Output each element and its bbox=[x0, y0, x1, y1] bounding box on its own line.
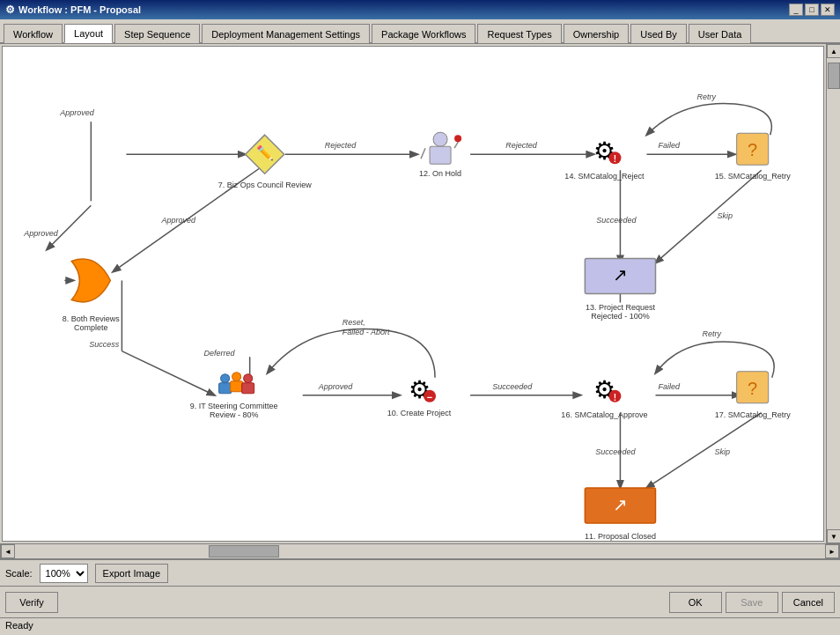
svg-text:Skip: Skip bbox=[718, 211, 733, 220]
svg-text:13. Project Request: 13. Project Request bbox=[586, 303, 656, 312]
svg-point-63 bbox=[244, 374, 253, 383]
scroll-track-horizontal bbox=[15, 544, 825, 558]
node-9[interactable]: 9. IT Steering Committee Review - 80% bbox=[190, 373, 278, 419]
tab-layout[interactable]: Layout bbox=[64, 24, 113, 43]
svg-line-0 bbox=[47, 205, 91, 249]
svg-text:16. SMCatalog_Approve: 16. SMCatalog_Approve bbox=[561, 410, 647, 419]
footer-toolbar: Scale: 25% 50% 75% 100% 150% 200% Export… bbox=[0, 559, 840, 586]
svg-text:8. Both Reviews: 8. Both Reviews bbox=[63, 314, 121, 323]
main-content: Approved Approved Rejected Rejected Fail… bbox=[0, 44, 840, 543]
svg-text:!: ! bbox=[614, 154, 616, 164]
svg-line-14 bbox=[655, 170, 761, 262]
node-10[interactable]: ⚙ − 10. Create Project bbox=[387, 376, 452, 417]
svg-text:9. IT Steering Committee: 9. IT Steering Committee bbox=[190, 402, 278, 410]
restore-button[interactable]: □ bbox=[805, 4, 819, 16]
vertical-scrollbar[interactable]: ▲ ▼ bbox=[826, 44, 840, 543]
minimize-button[interactable]: _ bbox=[789, 4, 803, 16]
svg-text:−: − bbox=[427, 392, 432, 402]
node-12[interactable]: 12. On Hold bbox=[419, 132, 461, 178]
tab-package-workflows[interactable]: Package Workflows bbox=[372, 24, 475, 43]
svg-text:17. SMCatalog_Retry: 17. SMCatalog_Retry bbox=[715, 410, 792, 419]
node-14[interactable]: ⚙ ! 14. SMCatalog_Reject bbox=[564, 137, 645, 181]
title-bar-controls[interactable]: _ □ ✕ bbox=[789, 4, 835, 16]
svg-rect-62 bbox=[231, 381, 243, 392]
tab-bar: Workflow Layout Step Sequence Deployment… bbox=[0, 19, 840, 44]
diagram-area[interactable]: Approved Approved Rejected Rejected Fail… bbox=[2, 46, 824, 542]
workflow-diagram: Approved Approved Rejected Rejected Fail… bbox=[3, 47, 823, 541]
scroll-up-button[interactable]: ▲ bbox=[827, 44, 840, 58]
tab-used-by[interactable]: Used By bbox=[630, 24, 687, 43]
tab-deployment-management[interactable]: Deployment Management Settings bbox=[202, 24, 370, 43]
svg-text:✏️: ✏️ bbox=[256, 144, 274, 161]
svg-text:Rejected - 100%: Rejected - 100% bbox=[591, 312, 650, 321]
scroll-left-button[interactable]: ◄ bbox=[1, 544, 15, 558]
svg-text:↗: ↗ bbox=[613, 265, 628, 284]
node-11[interactable]: ↗ 11. Proposal Closed (Approved) - 100% bbox=[585, 488, 656, 541]
svg-text:Succeeded: Succeeded bbox=[595, 447, 636, 456]
svg-text:Failed - Abort: Failed - Abort bbox=[343, 328, 390, 336]
svg-text:?: ? bbox=[748, 379, 757, 398]
svg-text:Failed: Failed bbox=[658, 382, 681, 391]
node-8[interactable]: 8. Both Reviews Complete bbox=[63, 259, 121, 332]
svg-text:↗: ↗ bbox=[613, 495, 628, 514]
title-bar: ⚙ Workflow : PFM - Proposal _ □ ✕ bbox=[0, 0, 840, 19]
svg-rect-60 bbox=[219, 383, 232, 394]
svg-text:Deferred: Deferred bbox=[204, 349, 236, 358]
svg-text:Reset,: Reset, bbox=[343, 318, 365, 327]
close-button[interactable]: ✕ bbox=[821, 4, 835, 16]
status-text: Ready bbox=[5, 620, 33, 631]
ok-button[interactable]: OK bbox=[669, 592, 722, 613]
svg-text:Failed: Failed bbox=[658, 141, 681, 150]
status-bar: Ready bbox=[0, 617, 840, 635]
svg-line-42 bbox=[421, 148, 425, 159]
svg-text:Succeeded: Succeeded bbox=[492, 382, 533, 391]
svg-rect-41 bbox=[430, 146, 451, 164]
svg-point-40 bbox=[433, 132, 447, 146]
svg-text:!: ! bbox=[614, 393, 616, 402]
svg-rect-64 bbox=[242, 383, 254, 394]
cancel-button[interactable]: Cancel bbox=[782, 592, 835, 613]
scroll-down-button[interactable]: ▼ bbox=[827, 529, 840, 543]
svg-text:11. Proposal Closed: 11. Proposal Closed bbox=[585, 532, 656, 541]
scale-select[interactable]: 25% 50% 75% 100% 150% 200% bbox=[40, 564, 88, 583]
node-7[interactable]: ✏️ 7. Biz Ops Council Review bbox=[218, 135, 313, 189]
tab-ownership[interactable]: Ownership bbox=[564, 24, 630, 43]
scroll-thumb-horizontal[interactable] bbox=[209, 545, 279, 557]
export-image-button[interactable]: Export Image bbox=[95, 564, 168, 583]
svg-line-21 bbox=[122, 351, 214, 395]
svg-text:15. SMCatalog_Retry: 15. SMCatalog_Retry bbox=[715, 172, 792, 181]
svg-text:Approved: Approved bbox=[23, 229, 59, 238]
scroll-thumb-vertical[interactable] bbox=[828, 63, 840, 89]
svg-text:7. Biz Ops Council Review: 7. Biz Ops Council Review bbox=[218, 181, 313, 189]
node-13[interactable]: ↗ 13. Project Request Rejected - 100% bbox=[585, 258, 655, 320]
horizontal-scrollbar[interactable]: ◄ ► bbox=[0, 543, 840, 559]
svg-text:Complete: Complete bbox=[74, 323, 108, 332]
verify-button[interactable]: Verify bbox=[5, 592, 58, 613]
action-bar: Verify OK Save Cancel bbox=[0, 586, 840, 617]
svg-text:Approved: Approved bbox=[160, 216, 196, 225]
tab-step-sequence[interactable]: Step Sequence bbox=[114, 24, 200, 43]
save-button[interactable]: Save bbox=[726, 592, 778, 613]
node-16[interactable]: ⚙ ! 16. SMCatalog_Approve bbox=[561, 376, 647, 419]
svg-point-59 bbox=[221, 374, 230, 383]
svg-text:Success: Success bbox=[89, 340, 120, 349]
tab-request-types[interactable]: Request Types bbox=[477, 24, 561, 43]
scroll-right-button[interactable]: ► bbox=[825, 544, 839, 558]
bottom-bar: ◄ ► bbox=[0, 543, 840, 559]
svg-text:Approved: Approved bbox=[59, 108, 95, 117]
svg-text:Succeeded: Succeeded bbox=[596, 216, 637, 225]
svg-text:Skip: Skip bbox=[715, 447, 731, 456]
tab-user-data[interactable]: User Data bbox=[689, 24, 752, 43]
scroll-track-vertical bbox=[827, 58, 840, 529]
node-15[interactable]: ? 15. SMCatalog_Retry bbox=[715, 133, 792, 181]
svg-text:12. On Hold: 12. On Hold bbox=[419, 169, 461, 178]
svg-text:Rejected: Rejected bbox=[325, 141, 357, 150]
svg-point-61 bbox=[232, 373, 241, 381]
scale-label: Scale: bbox=[5, 568, 33, 579]
svg-text:Review - 80%: Review - 80% bbox=[210, 410, 259, 419]
tab-workflow[interactable]: Workflow bbox=[4, 24, 63, 43]
svg-text:14. SMCatalog_Reject: 14. SMCatalog_Reject bbox=[564, 172, 645, 181]
window-title: Workflow : PFM - Proposal bbox=[18, 4, 141, 15]
title-bar-title: ⚙ Workflow : PFM - Proposal bbox=[5, 4, 141, 16]
svg-line-35 bbox=[646, 413, 761, 488]
